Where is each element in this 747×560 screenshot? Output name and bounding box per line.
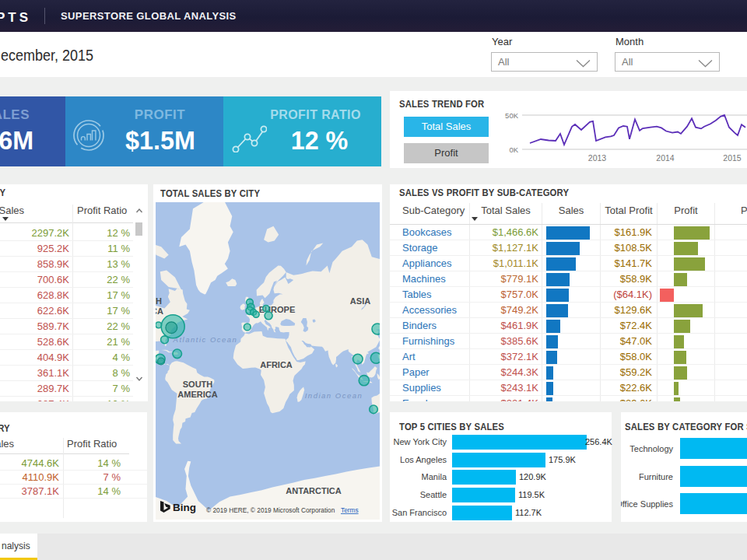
svg-text:AMERICA: AMERICA (156, 306, 163, 316)
svg-text:SOUTH: SOUTH (183, 380, 213, 389)
svg-text:ASIA: ASIA (350, 296, 370, 306)
svg-text:Bing: Bing (173, 502, 196, 513)
svg-text:2015: 2015 (723, 153, 742, 163)
svg-text:Terms: Terms (341, 506, 359, 514)
svg-text:50K: 50K (505, 111, 519, 120)
svg-text:AFRICA: AFRICA (260, 360, 293, 369)
svg-text:© 2019 HERE, © 2019 Microsoft: © 2019 HERE, © 2019 Microsoft Corporatio… (206, 506, 335, 514)
svg-text:ANTARCTICA: ANTARCTICA (286, 486, 341, 495)
svg-text:2013: 2013 (588, 153, 607, 163)
svg-text:NORTH: NORTH (156, 296, 162, 306)
svg-text:0K: 0K (509, 145, 518, 154)
svg-text:AMERICA: AMERICA (177, 390, 217, 399)
svg-text:2014: 2014 (656, 153, 675, 163)
svg-text:Indian Ocean: Indian Ocean (305, 391, 363, 400)
svg-text:Atlantic Ocean: Atlantic Ocean (173, 335, 238, 344)
